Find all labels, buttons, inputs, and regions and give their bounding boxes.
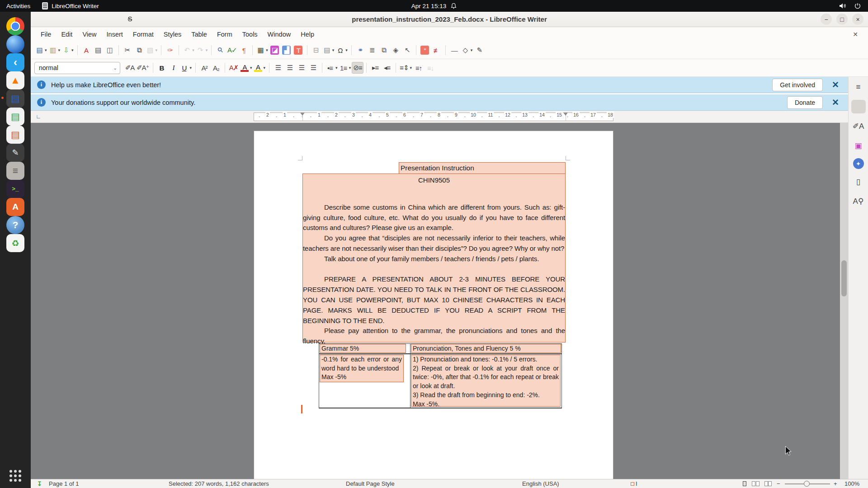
donate-button[interactable]: Donate bbox=[787, 96, 823, 109]
close-infobar-icon[interactable]: ✕ bbox=[828, 80, 843, 90]
open-button[interactable]: ▥▾ bbox=[48, 44, 61, 56]
decrease-paragraph-spacing-button[interactable]: ≡↓▾ bbox=[425, 62, 436, 74]
ubuntu-software-icon[interactable]: A bbox=[6, 198, 24, 216]
zoom-slider-thumb[interactable] bbox=[804, 481, 810, 487]
libreoffice-impress-icon[interactable]: ▤ bbox=[6, 126, 24, 144]
align-justify-button[interactable]: ☰▾ bbox=[307, 62, 319, 74]
dropdown-caret[interactable]: ▾ bbox=[345, 48, 348, 52]
dropdown-caret[interactable]: ▾ bbox=[264, 66, 266, 70]
formatting-marks-button[interactable]: ¶▾ bbox=[238, 44, 250, 56]
navigator-icon[interactable]: ✦ bbox=[853, 158, 864, 169]
get-involved-button[interactable]: Get involved bbox=[772, 79, 823, 91]
book-view-icon[interactable] bbox=[764, 481, 772, 488]
highlight-color-button[interactable]: A▾ bbox=[253, 62, 267, 74]
dropdown-caret[interactable]: ▾ bbox=[335, 66, 338, 70]
cross-reference-button[interactable]: ↖▾ bbox=[401, 44, 413, 56]
insert-field-button[interactable]: ▤▾ bbox=[322, 44, 335, 56]
insert-table-button[interactable]: ▦▾ bbox=[255, 44, 269, 56]
update-style-button[interactable]: ✐A▾ bbox=[124, 62, 136, 74]
insert-comment-button[interactable]: “▾ bbox=[419, 44, 431, 56]
document-area[interactable]: Presentation Instruction CHIN9505 Descri… bbox=[31, 123, 848, 479]
dropdown-caret[interactable]: ▾ bbox=[332, 48, 335, 52]
insert-bookmark-button[interactable]: ◈▾ bbox=[390, 44, 401, 56]
menu-format[interactable]: Format bbox=[128, 29, 158, 40]
menu-styles[interactable]: Styles bbox=[159, 29, 186, 40]
clock-area[interactable]: Apr 21 15:13 bbox=[0, 3, 868, 9]
indent-marker[interactable] bbox=[563, 113, 568, 116]
subscript-button[interactable]: A₂▾ bbox=[210, 62, 222, 74]
dropdown-caret[interactable]: ▾ bbox=[192, 48, 194, 52]
properties-icon[interactable] bbox=[851, 100, 866, 113]
styles-icon[interactable]: ✐A bbox=[851, 119, 866, 133]
dropdown-caret[interactable]: ▾ bbox=[45, 48, 47, 52]
menu-help[interactable]: Help bbox=[296, 29, 319, 40]
save-button[interactable]: ⇩▾ bbox=[61, 44, 75, 56]
align-center-button[interactable]: ☰▾ bbox=[284, 62, 296, 74]
print-button[interactable]: ▤▾ bbox=[92, 44, 104, 56]
print-preview-button[interactable]: ◫▾ bbox=[104, 44, 116, 56]
dropdown-caret[interactable]: ▾ bbox=[266, 48, 268, 52]
menu-insert[interactable]: Insert bbox=[102, 29, 127, 40]
spelling-button[interactable]: A✓▾ bbox=[226, 44, 238, 56]
chrome-icon[interactable] bbox=[6, 17, 24, 35]
bold-button[interactable]: B▾ bbox=[156, 62, 168, 74]
paragraph-style-combo[interactable]: normal⌄ bbox=[34, 62, 120, 74]
menu-tools[interactable]: Tools bbox=[238, 29, 262, 40]
save-status-icon[interactable]: ↧ bbox=[37, 480, 42, 487]
menu-edit[interactable]: Edit bbox=[57, 29, 77, 40]
close-infobar-icon[interactable]: ✕ bbox=[828, 97, 843, 108]
no-list-button[interactable]: ⊘≡▾ bbox=[352, 62, 363, 74]
single-page-view-icon[interactable] bbox=[743, 481, 747, 488]
paste-button[interactable]: ▧▾ bbox=[145, 44, 159, 56]
basic-shapes-button[interactable]: ◇▾ bbox=[460, 44, 474, 56]
close-button[interactable]: × bbox=[852, 14, 863, 25]
bullet-list-button[interactable]: •≡▾ bbox=[325, 62, 339, 74]
italic-button[interactable]: I▾ bbox=[168, 62, 179, 74]
dropdown-caret[interactable]: ▾ bbox=[206, 48, 208, 52]
horizontal-ruler[interactable]: ∟ 21123456789101112131415161718 bbox=[31, 111, 848, 123]
cut-button[interactable]: ✂▾ bbox=[122, 44, 133, 56]
increase-indent-button[interactable]: ▸≡▾ bbox=[369, 62, 381, 74]
font-color-button[interactable]: A▾ bbox=[240, 62, 253, 74]
menu-view[interactable]: View bbox=[78, 29, 101, 40]
dropdown-caret[interactable]: ▾ bbox=[349, 66, 351, 70]
maximize-button[interactable]: □ bbox=[836, 14, 848, 25]
dropdown-caret[interactable]: ▾ bbox=[58, 48, 61, 52]
zoom-level[interactable]: 100% bbox=[844, 480, 859, 487]
increase-paragraph-spacing-button[interactable]: ≡↑▾ bbox=[413, 62, 425, 74]
active-app-menu[interactable]: LibreOffice Writer bbox=[42, 2, 99, 9]
insert-footnote-button[interactable]: ≣▾ bbox=[366, 44, 378, 56]
clear-formatting-button[interactable]: A✗▾ bbox=[228, 62, 240, 74]
volume-icon[interactable] bbox=[839, 3, 846, 9]
track-changes-button[interactable]: ≢▾ bbox=[431, 44, 443, 56]
redo-button[interactable]: ↷▾ bbox=[195, 44, 209, 56]
power-icon[interactable] bbox=[854, 3, 861, 9]
libreoffice-calc-icon[interactable]: ▤ bbox=[6, 108, 24, 126]
tab-stop-selector[interactable]: ∟ bbox=[34, 113, 42, 121]
files-icon[interactable]: ≡ bbox=[6, 162, 24, 180]
terminal-icon[interactable]: >_ bbox=[6, 180, 24, 198]
document-page[interactable]: Presentation Instruction CHIN9505 Descri… bbox=[254, 131, 613, 479]
dropdown-caret[interactable]: ▾ bbox=[471, 48, 473, 52]
activities-button[interactable]: Activities bbox=[6, 3, 30, 9]
dropdown-caret[interactable]: ▾ bbox=[71, 48, 74, 52]
decrease-indent-button[interactable]: ◂≡▾ bbox=[381, 62, 393, 74]
libreoffice-writer-icon[interactable]: ▤ bbox=[6, 89, 24, 108]
vertical-scrollbar[interactable] bbox=[840, 123, 848, 479]
page-style[interactable]: Default Page Style bbox=[346, 480, 395, 487]
insert-image-button[interactable]: ◪▾ bbox=[269, 44, 281, 56]
insert-textbox-button[interactable]: T▾ bbox=[292, 44, 304, 56]
minimize-button[interactable]: − bbox=[821, 14, 832, 25]
export-pdf-button[interactable]: A▾ bbox=[80, 44, 92, 56]
vlc-icon[interactable]: ▲ bbox=[6, 71, 24, 89]
draw-functions-button[interactable]: ✎▾ bbox=[473, 44, 485, 56]
clone-formatting-button[interactable]: ✑▾ bbox=[164, 44, 176, 56]
new-document-button[interactable]: ▤▾ bbox=[34, 44, 48, 56]
new-style-button[interactable]: ✐A⁺▾ bbox=[136, 62, 150, 74]
word-count[interactable]: Selected: 207 words, 1,162 characters bbox=[169, 480, 269, 487]
align-right-button[interactable]: ☰▾ bbox=[296, 62, 307, 74]
menu-window[interactable]: Window bbox=[263, 29, 296, 40]
close-document-icon[interactable]: ✕ bbox=[853, 31, 858, 38]
gimp-icon[interactable]: ✎ bbox=[6, 144, 24, 162]
menu-form[interactable]: Form bbox=[212, 29, 237, 40]
